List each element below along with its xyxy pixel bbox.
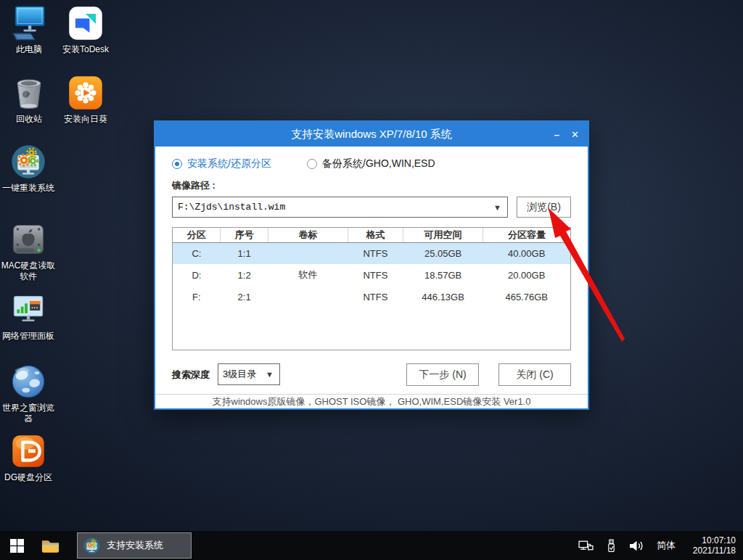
usb-tray-icon[interactable] xyxy=(606,539,617,553)
reinstall-system-icon xyxy=(83,537,101,555)
cell: 20.00GB xyxy=(483,264,570,286)
radio-label: 安装系统/还原分区 xyxy=(187,157,271,170)
radio-install-restore[interactable]: 安装系统/还原分区 xyxy=(172,157,271,170)
desktop-icon-label: 回收站 xyxy=(16,114,42,125)
taskbar-task-install-system[interactable]: 支持安装系统 xyxy=(77,532,192,559)
desktop-icon-label: MAC硬盘读取软件 xyxy=(0,260,57,282)
desktop-icon-label: 世界之窗浏览器 xyxy=(0,403,57,424)
folder-icon xyxy=(41,537,60,554)
cell xyxy=(268,242,348,264)
desktop-icon-world-window-browser[interactable]: 世界之窗浏览器 xyxy=(0,363,57,424)
col-header-capacity: 分区容量 xyxy=(483,228,570,242)
close-window-button[interactable]: ✕ xyxy=(571,130,579,139)
desktop-icon-label: 安装ToDesk xyxy=(62,44,109,55)
table-header-row: 分区 序号 卷标 格式 可用空间 分区容量 xyxy=(173,228,570,242)
todesk-icon xyxy=(67,4,104,42)
cell: NTFS xyxy=(348,242,403,264)
cell: 1:1 xyxy=(221,242,268,264)
cell: 465.76GB xyxy=(483,286,570,308)
table-row-c[interactable]: C: 1:1 NTFS 25.05GB 40.00GB xyxy=(173,242,570,264)
cell: 446.13GB xyxy=(403,286,483,308)
search-depth-label: 搜索深度 xyxy=(172,368,210,382)
col-header-format: 格式 xyxy=(348,228,403,242)
cell: 18.57GB xyxy=(403,264,483,286)
desktop-icon-label: 此电脑 xyxy=(16,44,42,55)
install-dialog: 支持安装windows XP/7/8/10 系统 – ✕ 安装系统/还原分区 备… xyxy=(154,120,589,410)
desktop-icon-install-sunlogin[interactable]: 安装向日葵 xyxy=(57,74,115,125)
desktop-icon-one-key-reinstall[interactable]: 一键重装系统 xyxy=(0,143,57,194)
col-header-free-space: 可用空间 xyxy=(403,228,483,242)
diskgenius-icon xyxy=(9,432,47,470)
globe-browser-icon xyxy=(9,363,47,400)
system-tray: 简体 10:07:10 2021/11/18 xyxy=(578,535,743,556)
taskbar-clock[interactable]: 10:07:10 2021/11/18 xyxy=(688,535,736,556)
minimize-button[interactable]: – xyxy=(554,130,559,139)
col-header-partition: 分区 xyxy=(173,228,221,242)
desktop-icon-dg-partition[interactable]: DG硬盘分区 xyxy=(0,432,57,483)
desktop-icon-label: DG硬盘分区 xyxy=(4,472,52,483)
dialog-titlebar[interactable]: 支持安装windows XP/7/8/10 系统 – ✕ xyxy=(155,122,588,147)
cell: NTFS xyxy=(348,264,403,286)
desktop-icon-label: 网络管理面板 xyxy=(2,331,54,342)
cell: 1:2 xyxy=(221,264,268,286)
table-row-f[interactable]: F: 2:1 NTFS 446.13GB 465.76GB xyxy=(173,286,570,308)
browse-button[interactable]: 浏览(B) xyxy=(517,197,571,218)
desktop: 此电脑 安装ToDesk 回收站 安装向日葵 一键重装系统 MAC硬盘读取软件 … xyxy=(0,0,743,560)
desktop-icon-recycle-bin[interactable]: 回收站 xyxy=(3,74,55,125)
desktop-icon-label: 安装向日葵 xyxy=(64,114,107,125)
start-button[interactable] xyxy=(0,531,33,560)
cell: 软件 xyxy=(268,264,348,286)
cell: NTFS xyxy=(348,286,403,308)
dialog-title: 支持安装windows XP/7/8/10 系统 xyxy=(291,128,452,141)
chevron-down-icon: ▼ xyxy=(260,370,279,379)
footer-divider xyxy=(155,394,588,395)
desktop-icon-this-pc[interactable]: 此电脑 xyxy=(3,4,55,55)
taskbar: 支持安装系统 简体 10:07:10 2021/11/18 xyxy=(0,531,743,560)
dialog-footer-text: 支持windows原版镜像，GHOST ISO镜像， GHO,WIM,ESD镜像… xyxy=(155,395,588,408)
desktop-icon-install-todesk[interactable]: 安装ToDesk xyxy=(57,4,115,55)
network-panel-icon xyxy=(9,291,47,329)
file-explorer-button[interactable] xyxy=(33,531,67,560)
desktop-icon-label: 一键重装系统 xyxy=(2,183,54,194)
clock-time: 10:07:10 xyxy=(688,535,736,545)
search-depth-value: 3级目录 xyxy=(218,368,260,381)
cell: 25.05GB xyxy=(403,242,483,264)
cell: 40.00GB xyxy=(483,242,570,264)
radio-backup-system[interactable]: 备份系统/GHO,WIN,ESD xyxy=(307,157,435,170)
image-path-value: F:\Zjds\install.wim xyxy=(173,202,488,213)
desktop-icon-mac-disk-reader[interactable]: MAC硬盘读取软件 xyxy=(0,221,57,282)
table-row-d[interactable]: D: 1:2 软件 NTFS 18.57GB 20.00GB xyxy=(173,264,570,286)
reinstall-system-icon xyxy=(9,143,47,181)
radio-selected-icon xyxy=(172,159,182,169)
cell: C: xyxy=(173,242,221,264)
cell: D: xyxy=(173,264,221,286)
partition-table: 分区 序号 卷标 格式 可用空间 分区容量 C: 1:1 NTFS 25.05 xyxy=(172,227,571,350)
windows-logo-icon xyxy=(10,539,24,553)
sunlogin-icon xyxy=(67,74,104,112)
chevron-down-icon[interactable]: ▼ xyxy=(488,203,507,212)
col-header-volume-label: 卷标 xyxy=(268,228,348,242)
cell xyxy=(268,286,348,308)
radio-unselected-icon xyxy=(307,159,317,169)
search-depth-dropdown[interactable]: 3级目录 ▼ xyxy=(218,363,280,385)
network-tray-icon[interactable] xyxy=(578,540,594,552)
computer-icon xyxy=(10,4,48,42)
clock-date: 2021/11/18 xyxy=(688,545,736,556)
mac-disk-icon xyxy=(9,221,47,258)
task-label: 支持安装系统 xyxy=(107,539,163,552)
cell: 2:1 xyxy=(221,286,268,308)
radio-label: 备份系统/GHO,WIN,ESD xyxy=(322,157,435,170)
next-step-button[interactable]: 下一步 (N) xyxy=(406,363,479,386)
col-header-index: 序号 xyxy=(221,228,268,242)
mode-radio-group: 安装系统/还原分区 备份系统/GHO,WIN,ESD xyxy=(172,157,573,170)
recycle-bin-icon xyxy=(10,74,48,112)
close-dialog-button[interactable]: 关闭 (C) xyxy=(498,363,571,386)
desktop-icon-network-panel[interactable]: 网络管理面板 xyxy=(0,291,57,342)
image-path-combobox[interactable]: F:\Zjds\install.wim ▼ xyxy=(172,197,508,218)
cell: F: xyxy=(173,286,221,308)
ime-language-indicator[interactable]: 简体 xyxy=(657,539,676,552)
volume-tray-icon[interactable] xyxy=(629,540,644,552)
image-path-label: 镜像路径 : xyxy=(172,179,215,192)
